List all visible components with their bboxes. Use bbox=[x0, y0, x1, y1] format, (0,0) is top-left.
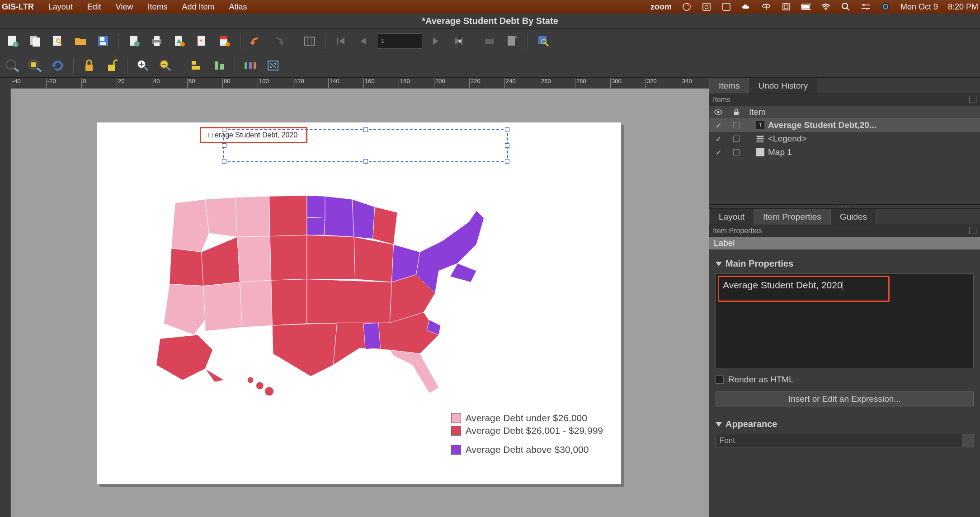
layout-page[interactable]: erage Student Debt, 2020 bbox=[97, 122, 621, 484]
label-text-input[interactable]: Average Student Debt, 2020 bbox=[716, 273, 974, 368]
zoom-fit-icon[interactable] bbox=[26, 56, 44, 75]
popout-icon[interactable] bbox=[969, 227, 976, 234]
item-label: Map 1 bbox=[768, 147, 792, 157]
zoom-out-icon[interactable] bbox=[156, 56, 174, 75]
new-page-icon[interactable] bbox=[125, 32, 143, 50]
check-icon[interactable]: ✓ bbox=[716, 121, 721, 130]
insert-expression-button[interactable]: Insert or Edit an Expression... bbox=[716, 391, 974, 407]
resize-icon[interactable] bbox=[264, 56, 282, 75]
new-layout-icon[interactable]: + bbox=[4, 32, 22, 50]
item-row-legend[interactable]: ✓ <Legend> bbox=[709, 132, 980, 146]
atlas-print-icon[interactable] bbox=[481, 32, 499, 50]
menu-additem[interactable]: Add Item bbox=[182, 2, 214, 12]
render-html-row[interactable]: Render as HTML bbox=[716, 375, 974, 385]
state-hi-2 bbox=[256, 382, 264, 390]
menu-layout[interactable]: Layout bbox=[48, 2, 73, 12]
app-icon-2[interactable] bbox=[721, 2, 731, 12]
ruler-tick: 260 bbox=[540, 78, 551, 88]
vertical-ruler[interactable] bbox=[0, 89, 11, 517]
page-selector[interactable]: ▾ bbox=[377, 33, 422, 49]
page-number-input[interactable] bbox=[377, 34, 457, 48]
font-combo[interactable]: Font bbox=[716, 434, 963, 447]
disclosure-triangle-icon[interactable] bbox=[716, 422, 722, 427]
last-page-icon[interactable] bbox=[449, 32, 467, 50]
lock-checkbox[interactable] bbox=[733, 136, 740, 142]
export-image-icon[interactable] bbox=[170, 32, 188, 50]
tab-undo-history[interactable]: Undo History bbox=[749, 78, 817, 94]
print-icon[interactable] bbox=[148, 32, 166, 50]
menubar-date[interactable]: Mon Oct 9 bbox=[900, 2, 938, 12]
state-nm bbox=[240, 280, 273, 327]
align-left-icon[interactable] bbox=[188, 56, 206, 75]
canvas[interactable]: erage Student Debt, 2020 bbox=[11, 89, 709, 517]
appearance-group[interactable]: Appearance bbox=[716, 419, 974, 429]
item-row-title[interactable]: ✓ TAverage Student Debt,20... bbox=[709, 118, 980, 132]
state-il-in bbox=[354, 237, 394, 282]
tab-item-properties[interactable]: Item Properties bbox=[754, 209, 831, 225]
duplicate-layout-icon[interactable] bbox=[26, 32, 44, 50]
svg-rect-5 bbox=[783, 4, 789, 10]
menu-edit[interactable]: Edit bbox=[87, 2, 101, 12]
svg-line-57 bbox=[14, 68, 19, 71]
font-combo-button[interactable] bbox=[963, 434, 974, 447]
panel-resize-handle[interactable]: ⋯⋯ bbox=[709, 204, 980, 209]
app-icon-1[interactable]: O bbox=[702, 2, 711, 12]
main-toolbar: + ✱ ▾ bbox=[0, 29, 980, 53]
control-center-icon[interactable] bbox=[861, 2, 871, 12]
lock-checkbox[interactable] bbox=[733, 122, 740, 128]
align-bottom-icon[interactable] bbox=[210, 56, 228, 75]
legend-row-3: Average Debt above $30,000 bbox=[451, 444, 603, 455]
manage-layouts-icon[interactable] bbox=[49, 32, 67, 50]
check-icon[interactable]: ✓ bbox=[716, 148, 721, 157]
main-properties-group[interactable]: Main Properties bbox=[716, 258, 974, 269]
open-folder-icon[interactable] bbox=[71, 32, 90, 50]
export-pdf-icon[interactable] bbox=[216, 32, 234, 50]
menubar-time[interactable]: 8:20 PM bbox=[948, 2, 978, 12]
cloud-icon[interactable] bbox=[741, 2, 751, 12]
col-visible-icon bbox=[709, 109, 727, 115]
next-page-icon[interactable] bbox=[427, 32, 445, 50]
zoom-full-icon[interactable] bbox=[301, 32, 319, 50]
siri-icon[interactable] bbox=[881, 2, 890, 12]
menu-items[interactable]: Items bbox=[147, 2, 167, 12]
unlock-icon[interactable] bbox=[103, 56, 121, 75]
zoom-in-icon[interactable] bbox=[134, 56, 152, 75]
disclosure-triangle-icon[interactable] bbox=[716, 262, 722, 266]
tab-items[interactable]: Items bbox=[709, 78, 749, 94]
zoom-actual-icon[interactable]: 1:1 bbox=[4, 56, 22, 75]
export-svg-icon[interactable]: ✱ bbox=[193, 32, 211, 50]
ruler-tick: 320 bbox=[645, 78, 657, 88]
item-row-map[interactable]: ✓ Map 1 bbox=[709, 146, 980, 159]
wifi-icon[interactable] bbox=[821, 2, 831, 12]
search-icon[interactable] bbox=[841, 2, 851, 12]
lock-checkbox[interactable] bbox=[733, 149, 740, 155]
title-highlight-box: erage Student Debt, 2020 bbox=[200, 127, 307, 143]
zoom-label[interactable]: zoom bbox=[650, 2, 672, 12]
distribute-icon[interactable] bbox=[241, 56, 259, 75]
app-icon-3[interactable] bbox=[781, 2, 791, 12]
tab-guides[interactable]: Guides bbox=[830, 209, 876, 225]
refresh-icon[interactable] bbox=[49, 56, 67, 75]
window-title: *Average Student Debt By State bbox=[422, 16, 558, 26]
battery-icon[interactable] bbox=[801, 2, 811, 12]
first-page-icon[interactable] bbox=[332, 32, 350, 50]
menu-atlas[interactable]: Atlas bbox=[229, 2, 247, 12]
atlas-export-icon[interactable] bbox=[503, 32, 521, 50]
check-icon[interactable]: ✓ bbox=[716, 135, 721, 143]
redo-icon[interactable] bbox=[269, 32, 287, 50]
undo-icon[interactable] bbox=[247, 32, 265, 50]
popout-icon[interactable] bbox=[969, 96, 976, 103]
map-item-icon bbox=[756, 148, 764, 156]
menu-view[interactable]: View bbox=[116, 2, 133, 12]
app-name[interactable]: GIS-LTR bbox=[2, 2, 34, 12]
save-icon[interactable] bbox=[94, 32, 112, 50]
butterfly-icon[interactable] bbox=[761, 2, 771, 12]
prev-page-icon[interactable] bbox=[354, 32, 372, 50]
record-icon[interactable] bbox=[682, 2, 692, 12]
tab-layout-props[interactable]: Layout bbox=[709, 209, 754, 225]
render-html-checkbox[interactable] bbox=[716, 376, 724, 384]
atlas-settings-icon[interactable] bbox=[534, 32, 552, 50]
horizontal-ruler[interactable]: -40-200204060801001201401601802002202402… bbox=[11, 78, 709, 89]
lock-icon[interactable] bbox=[80, 56, 98, 75]
svg-text:+: + bbox=[14, 41, 17, 47]
